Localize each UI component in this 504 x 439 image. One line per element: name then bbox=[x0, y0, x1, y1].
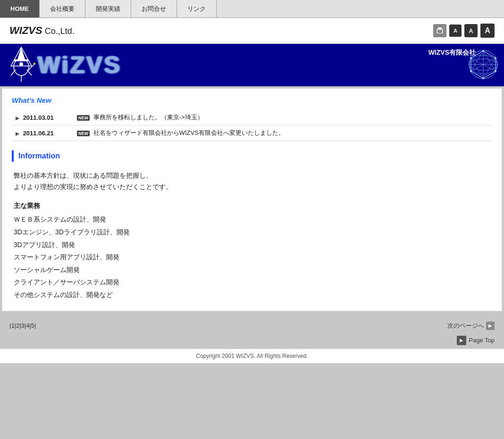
svg-point-26 bbox=[495, 57, 496, 59]
site-title-text: WIZVS bbox=[9, 25, 42, 36]
page-top-icon: ▶ bbox=[457, 336, 466, 345]
svg-marker-9 bbox=[17, 47, 25, 59]
main-content: What's New ▶ 2011.03.01 NEW 事務所を移転しました。（… bbox=[2, 88, 502, 311]
info-title: Information bbox=[18, 152, 60, 160]
site-title-suffix: Co.,Ltd. bbox=[42, 26, 75, 36]
biz-item-6: クライアント／サーバシステム開発 bbox=[14, 276, 490, 289]
wizard-icon bbox=[7, 46, 35, 83]
svg-rect-2 bbox=[438, 31, 442, 33]
copyright: Copyright 2001 WIZVS. All Rights Reserve… bbox=[0, 349, 504, 363]
svg-point-12 bbox=[34, 63, 35, 65]
page-top-button[interactable]: ▶ Page Top bbox=[457, 336, 495, 345]
svg-line-7 bbox=[27, 70, 32, 75]
svg-point-27 bbox=[495, 70, 496, 72]
svg-point-29 bbox=[470, 70, 472, 72]
biz-item-2: 3Dエンジン、3Dライブラリ設計、開発 bbox=[14, 226, 490, 239]
news-badge-2: NEW bbox=[77, 131, 90, 136]
news-text-1: NEW 事務所を移転しました。（東京->埼玉） bbox=[73, 110, 492, 125]
whats-new-title: What's New bbox=[12, 96, 492, 104]
biz-item-4: スマートフォン用アプリ設計、開発 bbox=[14, 251, 490, 264]
info-title-bar: Information bbox=[12, 150, 492, 162]
nav-works[interactable]: 開発実績 bbox=[85, 0, 131, 17]
biz-item-3: 3Dアプリ設計、開発 bbox=[14, 239, 490, 251]
biz-title: 主な業務 bbox=[14, 200, 490, 212]
font-small-button[interactable]: A bbox=[449, 25, 462, 37]
news-date-1: ▶ 2011.03.01 bbox=[12, 110, 73, 125]
news-table: ▶ 2011.03.01 NEW 事務所を移転しました。（東京->埼玉） ▶ 2… bbox=[12, 110, 492, 141]
site-title: WIZVS Co.,Ltd. bbox=[9, 25, 75, 37]
svg-point-25 bbox=[482, 50, 484, 52]
nav-links[interactable]: リンク bbox=[177, 0, 217, 17]
site-banner: WiZVS WIZVS有限会社 bbox=[0, 44, 504, 86]
svg-rect-1 bbox=[438, 27, 442, 30]
svg-point-8 bbox=[19, 62, 23, 66]
news-row-2: ▶ 2011.06.21 NEW 社名をウィザード有限会社からWIZVS有限会社… bbox=[12, 125, 492, 141]
nav-home[interactable]: HOME bbox=[0, 0, 40, 17]
tagline-line2: よりより理想の実現に努めさせていただくことです。 bbox=[14, 182, 490, 193]
main-nav: HOME 会社概要 開発実績 お問合せ リンク bbox=[0, 0, 504, 18]
biz-item-5: ソーシャルゲーム開発 bbox=[14, 264, 490, 276]
info-section: Information 弊社の基本方針は、現状にある問題を把握し、 よりより理想… bbox=[12, 150, 492, 301]
font-large-button[interactable]: A bbox=[480, 24, 495, 38]
svg-point-30 bbox=[470, 57, 472, 59]
info-tagline: 弊社の基本方針は、現状にある問題を把握し、 よりより理想の実現に努めさせていただ… bbox=[14, 170, 490, 193]
next-page-button[interactable]: 次のページへ ▶ bbox=[447, 322, 495, 330]
news-text-2: NEW 社名をウィザード有限会社からWIZVS有限会社へ変更いたしました。 bbox=[73, 125, 492, 141]
svg-line-5 bbox=[11, 70, 16, 75]
page-links[interactable]: |1|2|3|4|5| bbox=[9, 322, 36, 329]
biz-item-1: ＷＥＢ系システムの設計、開発 bbox=[14, 213, 490, 226]
page-top-label: Page Top bbox=[469, 337, 495, 344]
next-page-label: 次のページへ bbox=[447, 322, 484, 330]
svg-rect-10 bbox=[14, 59, 28, 61]
banner-logo: WiZVS bbox=[38, 51, 122, 79]
info-body: 弊社の基本方針は、現状にある問題を把握し、 よりより理想の実現に努めさせていただ… bbox=[12, 170, 492, 301]
news-row-1: ▶ 2011.03.01 NEW 事務所を移転しました。（東京->埼玉） bbox=[12, 110, 492, 125]
biz-list: ＷＥＢ系システムの設計、開発 3Dエンジン、3Dライブラリ設計、開発 3Dアプリ… bbox=[14, 213, 490, 301]
news-badge-1: NEW bbox=[77, 115, 90, 121]
print-button[interactable] bbox=[433, 24, 446, 37]
biz-item-7: その他システムの設計、開発など bbox=[14, 289, 490, 301]
svg-point-28 bbox=[482, 77, 484, 79]
news-date-2: ▶ 2011.06.21 bbox=[12, 125, 73, 141]
nav-company[interactable]: 会社概要 bbox=[40, 0, 85, 17]
next-arrow-icon: ▶ bbox=[486, 322, 495, 330]
nav-contact[interactable]: お問合せ bbox=[131, 0, 177, 17]
globe-icon bbox=[467, 49, 499, 81]
footer-nav: |1|2|3|4|5| 次のページへ ▶ bbox=[0, 313, 504, 334]
info-border bbox=[12, 150, 14, 162]
header-tools: A A A bbox=[433, 24, 495, 38]
page-top-bar: ▶ Page Top bbox=[0, 334, 504, 349]
tagline-line1: 弊社の基本方針は、現状にある問題を把握し、 bbox=[14, 170, 490, 182]
site-header: WIZVS Co.,Ltd. A A A bbox=[0, 18, 504, 44]
font-medium-button[interactable]: A bbox=[464, 24, 478, 37]
